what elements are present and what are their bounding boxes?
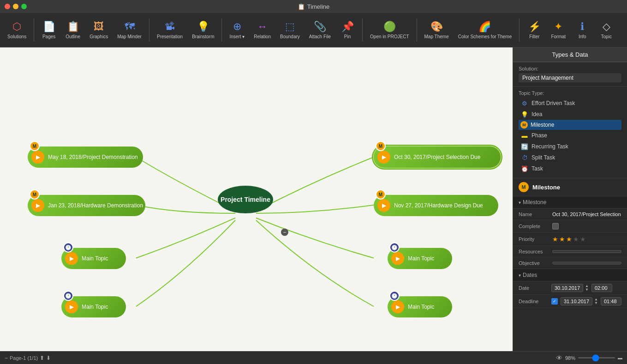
- deadline-key: Deadline: [519, 299, 549, 304]
- toolbar-topic[interactable]: ◇ Topic: [595, 19, 617, 41]
- colorscheme-icon: 🌈: [478, 21, 491, 33]
- titlebar: 📋 Timeline: [0, 0, 627, 13]
- type-task[interactable]: ⏰ Task: [519, 163, 621, 174]
- type-effort[interactable]: ⚙ Effort Driven Task: [519, 98, 621, 109]
- date-down-icon[interactable]: ▼: [585, 288, 589, 292]
- priority-row: Priority ★ ★ ★ ★ ★: [513, 233, 627, 246]
- play-btn-7[interactable]: ▶: [391, 252, 404, 265]
- page-down-btn[interactable]: ⬇: [46, 355, 51, 361]
- toolbar-info[interactable]: ℹ Info: [571, 19, 593, 41]
- type-phase[interactable]: ▬ Phase: [519, 130, 621, 141]
- play-btn-5[interactable]: ▶: [377, 151, 390, 164]
- complete-key: Complete: [519, 223, 549, 229]
- star-3[interactable]: ★: [566, 235, 572, 243]
- outline-label: Outline: [66, 34, 80, 39]
- priority-stars[interactable]: ★ ★ ★ ★ ★: [552, 235, 586, 243]
- complete-checkbox[interactable]: [552, 223, 559, 229]
- main-area: 📁 Project Timeline − M ▶ May 18, 2018/Pr…: [0, 47, 627, 351]
- filter-label: Filter: [529, 34, 539, 39]
- toolbar-pages[interactable]: 📄 Pages: [38, 19, 60, 41]
- play-btn-2[interactable]: ▶: [31, 199, 44, 212]
- toolbar-pin[interactable]: 📌 Pin: [336, 19, 358, 41]
- deadline-value: 31.10.2017: [561, 297, 592, 305]
- clock-badge-2: 🕐: [63, 291, 73, 301]
- date-time: 02:00: [591, 284, 612, 292]
- toolbar-format[interactable]: ✦ Format: [547, 19, 569, 41]
- date-value: 30.10.2017: [551, 284, 583, 292]
- play-btn-1[interactable]: ▶: [31, 151, 44, 164]
- toolbar-openproject[interactable]: 🟢 Open in PROJECT: [366, 19, 412, 41]
- presentation-label: Presentation: [157, 34, 183, 39]
- play-btn-6[interactable]: ▶: [377, 199, 390, 212]
- name-value: Oct 30, 2017/Project Selection: [552, 211, 621, 217]
- star-5[interactable]: ★: [580, 235, 586, 243]
- toolbar-graphics[interactable]: 🖼 Graphics: [86, 19, 112, 41]
- zoom-min-icon: ▬: [618, 355, 622, 360]
- resources-key: Resources: [519, 249, 549, 254]
- play-btn-3[interactable]: ▶: [65, 252, 78, 265]
- toolbar-colorscheme[interactable]: 🌈 Color Schemes for Theme: [454, 19, 516, 41]
- star-4[interactable]: ★: [573, 235, 579, 243]
- node-maintopic-2[interactable]: 🕐 ▶ Main Topic: [61, 296, 126, 317]
- milestone-section-header[interactable]: ▾ Milestone: [513, 196, 627, 209]
- toolbar-solutions[interactable]: ⬡ Solutions: [4, 19, 30, 41]
- center-minus-btn[interactable]: −: [281, 229, 288, 236]
- presentation-icon: 📽: [165, 21, 175, 33]
- milestone-badge-4: M: [376, 189, 386, 200]
- toolbar-maptheme[interactable]: 🎨 Map Theme: [421, 19, 453, 41]
- type-milestone[interactable]: M Milestone: [519, 120, 621, 130]
- play-btn-4[interactable]: ▶: [65, 300, 78, 313]
- objective-input[interactable]: [552, 262, 621, 264]
- close-button[interactable]: [5, 4, 10, 9]
- toolbar-attach[interactable]: 📎 Attach File: [305, 19, 334, 41]
- toolbar-presentation[interactable]: 📽 Presentation: [153, 19, 186, 41]
- toolbar-separator-4: [362, 18, 363, 41]
- toolbar-mapminder[interactable]: 🗺 Map Minder: [113, 19, 145, 41]
- node-may18[interactable]: M ▶ May 18, 2018/Project Demonstration: [28, 147, 143, 168]
- toolbar-relation[interactable]: ↔ Relation: [250, 19, 275, 41]
- type-recurring[interactable]: 🔄 Recurring Task: [519, 141, 621, 152]
- zoom-slider[interactable]: [578, 357, 615, 358]
- resources-input[interactable]: [552, 250, 621, 253]
- node-oct30[interactable]: M ▶ Oct 30, 2017/Project Selection Due: [374, 147, 501, 168]
- page-up-btn[interactable]: ⬆: [40, 355, 44, 361]
- insert-label: Insert ▾: [229, 34, 245, 39]
- toolbar-separator-5: [417, 18, 417, 41]
- maptheme-label: Map Theme: [424, 34, 449, 39]
- node-maintopic-4[interactable]: 🕐 ▶ Main Topic: [388, 296, 452, 317]
- split-icon: ⏱: [520, 153, 529, 162]
- toolbar-brainstorm[interactable]: 💡 Brainstorm: [188, 19, 218, 41]
- toolbar-filter[interactable]: ⚡ Filter: [523, 19, 545, 41]
- node-jan23[interactable]: M ▶ Jan 23, 2018/Hardware Demonstration: [28, 195, 145, 216]
- graphics-label: Graphics: [90, 34, 108, 39]
- node-maintopic-3[interactable]: 🕐 ▶ Main Topic: [388, 248, 452, 269]
- topic-type-section: Topic Type: ⚙ Effort Driven Task 💡 Idea …: [513, 87, 627, 178]
- star-2[interactable]: ★: [559, 235, 565, 243]
- mind-map-canvas[interactable]: 📁 Project Timeline − M ▶ May 18, 2018/Pr…: [0, 47, 513, 351]
- type-split[interactable]: ⏱ Split Task: [519, 152, 621, 163]
- node-nov27[interactable]: M ▶ Nov 27, 2017/Hardware Design Due: [374, 195, 498, 216]
- toolbar-insert[interactable]: ⊕ Insert ▾: [226, 19, 248, 41]
- toolbar-separator-1: [34, 18, 34, 41]
- date-row: Date 30.10.2017 ▲ ▼ 02:00: [513, 282, 627, 295]
- node-maintopic-1[interactable]: 🕐 ▶ Main Topic: [61, 248, 126, 269]
- right-panel: Types & Data Solution: Project Managemen…: [513, 47, 627, 351]
- star-1[interactable]: ★: [552, 235, 558, 243]
- phase-icon: ▬: [520, 131, 529, 140]
- date-stepper[interactable]: ▲ ▼: [585, 284, 589, 292]
- play-btn-8[interactable]: ▶: [391, 300, 404, 313]
- milestone-badge-2: M: [30, 189, 40, 200]
- deadline-down-icon[interactable]: ▼: [594, 301, 598, 305]
- minimize-button[interactable]: [13, 4, 18, 9]
- type-idea[interactable]: 💡 Idea: [519, 109, 621, 120]
- dates-section-header[interactable]: ▾ Dates: [513, 269, 627, 282]
- deadline-stepper[interactable]: ▲ ▼: [594, 298, 598, 305]
- maximize-button[interactable]: [21, 4, 27, 9]
- toolbar-boundary[interactable]: ⬚ Boundary: [276, 19, 304, 41]
- toolbar-outline[interactable]: 📋 Outline: [62, 19, 84, 41]
- deadline-checkbox[interactable]: ✓: [551, 298, 558, 305]
- center-node[interactable]: Project Timeline: [218, 186, 273, 213]
- page-prev-btn[interactable]: −: [5, 355, 8, 361]
- panel-title: Types & Data: [513, 47, 627, 62]
- eye-icon: 👁: [556, 354, 562, 362]
